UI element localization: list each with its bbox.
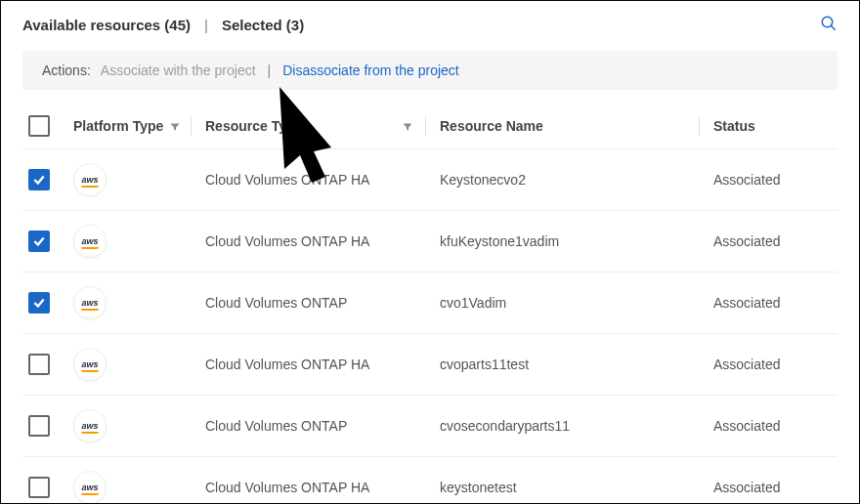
resource-type-cell: Cloud Volumes ONTAP HA: [205, 233, 369, 249]
svg-point-0: [822, 17, 833, 27]
col-resource-name-label[interactable]: Resource Name: [440, 118, 543, 134]
actions-label: Actions:: [42, 63, 91, 78]
resource-name-cell: keystonetest: [440, 480, 517, 495]
row-checkbox[interactable]: [28, 231, 50, 252]
col-status-label[interactable]: Status: [713, 118, 755, 134]
aws-icon: aws: [73, 409, 107, 442]
aws-icon: aws: [73, 348, 107, 381]
tab-separator: |: [204, 17, 208, 33]
table-header: Platform Type Resource Type Resource Nam…: [22, 107, 838, 148]
actions-bar: Actions: Associate with the project | Di…: [22, 51, 838, 90]
svg-line-1: [831, 25, 836, 30]
associate-action: Associate with the project: [101, 63, 256, 78]
row-checkbox[interactable]: [28, 354, 50, 375]
resource-type-cell: Cloud Volumes ONTAP HA: [205, 357, 369, 372]
row-checkbox[interactable]: [28, 477, 50, 498]
tab-selected[interactable]: Selected (3): [222, 17, 304, 33]
resource-type-cell: Cloud Volumes ONTAP HA: [205, 480, 369, 495]
resource-name-cell: cvosecondaryparts11: [440, 418, 570, 434]
row-checkbox[interactable]: [28, 415, 50, 437]
search-icon[interactable]: [820, 15, 838, 35]
table-row: awsCloud Volumes ONTAPcvosecondaryparts1…: [22, 395, 838, 456]
action-separator: |: [268, 63, 272, 78]
col-platform-label[interactable]: Platform Type: [73, 118, 163, 134]
row-checkbox[interactable]: [28, 292, 50, 314]
status-cell: Associated: [713, 418, 780, 434]
col-separator: [191, 116, 192, 136]
tab-available[interactable]: Available resources (45): [22, 17, 191, 33]
aws-icon: aws: [73, 286, 107, 319]
resource-name-cell: kfuKeystone1vadim: [440, 233, 559, 249]
col-separator: [425, 116, 426, 136]
table-row: awsCloud Volumes ONTAP HAkfuKeystone1vad…: [22, 210, 838, 272]
select-all-checkbox[interactable]: [28, 115, 50, 137]
row-checkbox[interactable]: [28, 169, 50, 190]
aws-icon: aws: [73, 471, 107, 504]
filter-icon[interactable]: [169, 118, 181, 134]
filter-icon[interactable]: [402, 118, 413, 134]
col-resource-type-label[interactable]: Resource Type: [205, 118, 302, 134]
table-row: awsCloud Volumes ONTAP HAKeystonecvo2Ass…: [22, 148, 838, 210]
col-separator: [699, 116, 700, 136]
resource-name-cell: cvoparts11test: [440, 357, 529, 372]
table-row: awsCloud Volumes ONTAP HAcvoparts11testA…: [22, 333, 838, 395]
status-cell: Associated: [713, 172, 780, 188]
status-cell: Associated: [713, 295, 780, 311]
resource-name-cell: cvo1Vadim: [440, 295, 506, 311]
resource-type-cell: Cloud Volumes ONTAP HA: [205, 172, 369, 188]
table-row: awsCloud Volumes ONTAPcvo1VadimAssociate…: [22, 272, 838, 333]
aws-icon: aws: [73, 163, 107, 196]
status-cell: Associated: [713, 233, 780, 249]
resource-type-cell: Cloud Volumes ONTAP: [205, 295, 347, 311]
table-row: awsCloud Volumes ONTAP HAkeystonetestAss…: [22, 456, 838, 504]
resource-type-cell: Cloud Volumes ONTAP: [205, 418, 347, 434]
status-cell: Associated: [713, 480, 780, 495]
status-cell: Associated: [713, 357, 780, 372]
resource-name-cell: Keystonecvo2: [440, 172, 526, 188]
aws-icon: aws: [73, 225, 107, 258]
disassociate-action[interactable]: Disassociate from the project: [282, 63, 459, 78]
